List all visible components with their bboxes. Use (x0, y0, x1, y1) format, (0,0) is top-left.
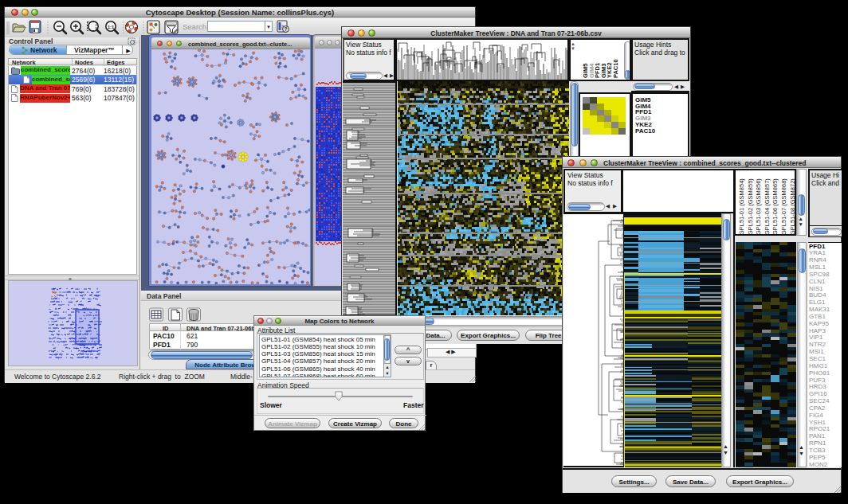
svg-text:?: ? (285, 26, 288, 32)
svg-text:1:1: 1:1 (108, 25, 114, 29)
